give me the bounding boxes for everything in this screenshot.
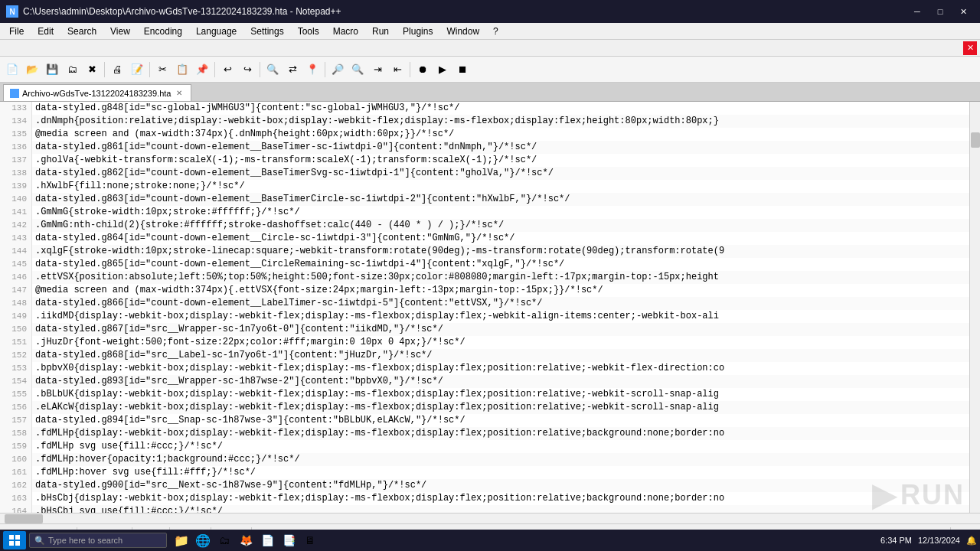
menu-tools[interactable]: Tools — [292, 24, 325, 38]
zoom-in-button[interactable]: 🔎 — [328, 60, 347, 79]
close-doc-button[interactable]: ✖ — [83, 60, 101, 79]
code-line: .bHsCbj svg use{fill:#ccc;}/*!sc*/ — [32, 505, 969, 513]
toolbar: 📄 📂 💾 🗂 ✖ 🖨 📝 ✂ 📋 📌 ↩ ↪ 🔍 ⇄ 📍 🔎 🔍 ⇥ ⇤ ⏺ … — [0, 57, 980, 83]
secondary-close-button[interactable]: ✕ — [963, 41, 977, 55]
line-number: 135 — [0, 128, 31, 141]
line-number: 141 — [0, 206, 31, 219]
line-number: 138 — [0, 167, 31, 180]
print-now-button[interactable]: 📝 — [128, 60, 146, 79]
vertical-scrollbar[interactable] — [969, 102, 980, 513]
svg-rect-0 — [9, 535, 14, 540]
line-number: 136 — [0, 141, 31, 154]
taskbar-firefox[interactable]: 🦊 — [236, 531, 256, 549]
tab-file-icon — [10, 89, 19, 98]
code-line: .hXwlbF{fill:none;stroke:none;}/*!sc*/ — [32, 180, 969, 193]
minimize-button[interactable]: ─ — [906, 4, 928, 19]
title-bar-left: N C:\Users\admin\Desktop\Archivo-wGdsTve… — [6, 5, 341, 18]
close-button[interactable]: ✕ — [952, 4, 974, 19]
save-all-button[interactable]: 🗂 — [63, 60, 81, 79]
taskbar-edge[interactable]: 🌐 — [193, 531, 213, 549]
line-number: 137 — [0, 154, 31, 167]
window-title: C:\Users\admin\Desktop\Archivo-wGdsTve-1… — [23, 6, 341, 17]
title-bar: N C:\Users\admin\Desktop\Archivo-wGdsTve… — [0, 0, 980, 23]
taskbar-app5[interactable]: 📑 — [279, 531, 299, 549]
start-button[interactable] — [3, 531, 26, 549]
menu-file[interactable]: File — [3, 24, 30, 38]
run-macro-button[interactable]: ▶ — [433, 60, 452, 79]
taskbar-pdf[interactable]: 📄 — [257, 531, 277, 549]
taskbar-explorer2[interactable]: 🗂 — [214, 531, 234, 549]
active-tab[interactable]: Archivo-wGdsTve-13122024183239.hta ✕ — [3, 84, 191, 101]
tab-label: Archivo-wGdsTve-13122024183239.hta — [22, 89, 171, 98]
line-number: 162 — [0, 479, 31, 492]
menu-window[interactable]: Window — [440, 24, 485, 38]
line-number: 133 — [0, 102, 31, 115]
taskbar-notification[interactable]: 🔔 — [966, 536, 977, 546]
tab-close-button[interactable]: ✕ — [174, 88, 185, 99]
code-line: .gholVa{-webkit-transform:scaleX(-1);-ms… — [32, 154, 969, 167]
new-button[interactable]: 📄 — [3, 60, 21, 79]
toolbar-sep-1 — [104, 62, 105, 77]
svg-rect-1 — [15, 535, 20, 540]
code-line: data-styled.g848[id="sc-global-jWMHGU3"]… — [32, 102, 969, 115]
copy-button[interactable]: 📋 — [173, 60, 191, 79]
line-number: 161 — [0, 466, 31, 479]
line-number: 154 — [0, 375, 31, 388]
taskbar-app6[interactable]: 🖥 — [300, 531, 320, 549]
taskbar-file-explorer[interactable]: 📁 — [172, 531, 191, 549]
code-line: .dnNmph{position:relative;display:-webki… — [32, 115, 969, 128]
code-line: .eLAKcW{display:-webkit-box;display:-web… — [32, 401, 969, 414]
open-button[interactable]: 📂 — [23, 60, 41, 79]
code-area[interactable]: data-styled.g848[id="sc-global-jWMHGU3"]… — [32, 102, 969, 513]
stop-macro-button[interactable]: ⏹ — [453, 60, 472, 79]
line-number: 149 — [0, 310, 31, 323]
horizontal-scrollbar[interactable] — [0, 513, 980, 523]
goto-button[interactable]: 📍 — [303, 60, 322, 79]
macro-button[interactable]: ⏺ — [413, 60, 432, 79]
menu-view[interactable]: View — [104, 24, 136, 38]
code-line: .iikdMD{display:-webkit-box;display:-web… — [32, 310, 969, 323]
cut-button[interactable]: ✂ — [153, 60, 172, 79]
code-line: .GmNmG:nth-child(2){stroke:#ffffff;strok… — [32, 219, 969, 232]
line-number: 139 — [0, 180, 31, 193]
replace-button[interactable]: ⇄ — [283, 60, 302, 79]
editor-container: 1331341351361371381391401411421431441451… — [0, 102, 980, 513]
line-number: 140 — [0, 193, 31, 206]
code-line: data-styled.g861[id="count-down-element_… — [32, 141, 969, 154]
menu-edit[interactable]: Edit — [31, 24, 60, 38]
menu-help[interactable]: ? — [487, 24, 505, 38]
code-line: .jHuzDr{font-weight:500;font-size:22px;c… — [32, 336, 969, 349]
unindent-button[interactable]: ⇤ — [388, 60, 407, 79]
menu-run[interactable]: Run — [366, 24, 395, 38]
menu-search[interactable]: Search — [61, 24, 103, 38]
app-icon: N — [6, 5, 18, 18]
code-line: data-styled.g864[id="count-down-element_… — [32, 232, 969, 245]
line-number: 152 — [0, 349, 31, 362]
menu-language[interactable]: Language — [190, 24, 243, 38]
menu-macro[interactable]: Macro — [327, 24, 364, 38]
print-button[interactable]: 🖨 — [108, 60, 126, 79]
menu-plugins[interactable]: Plugins — [397, 24, 439, 38]
taskbar-right: 6:34 PM 12/13/2024 🔔 — [880, 536, 977, 546]
paste-button[interactable]: 📌 — [193, 60, 211, 79]
redo-button[interactable]: ↪ — [238, 60, 256, 79]
maximize-button[interactable]: □ — [929, 4, 951, 19]
menu-bar: File Edit Search View Encoding Language … — [0, 23, 980, 40]
code-line: .bHsCbj{display:-webkit-box;display:-web… — [32, 492, 969, 505]
zoom-out-button[interactable]: 🔍 — [348, 60, 367, 79]
taskbar-search-box[interactable]: 🔍 Type here to search — [29, 533, 167, 548]
h-scrollbar-thumb[interactable] — [5, 514, 43, 523]
menu-encoding[interactable]: Encoding — [138, 24, 188, 38]
save-button[interactable]: 💾 — [43, 60, 61, 79]
code-line: data-styled.g868[id="src__Label-sc-1n7yo… — [32, 349, 969, 362]
line-number: 150 — [0, 323, 31, 336]
tab-bar: Archivo-wGdsTve-13122024183239.hta ✕ — [0, 83, 980, 102]
code-line: @media screen and (max-width:374px){.ett… — [32, 284, 969, 297]
find-button[interactable]: 🔍 — [263, 60, 282, 79]
menu-settings[interactable]: Settings — [244, 24, 289, 38]
line-number: 159 — [0, 440, 31, 453]
indent-button[interactable]: ⇥ — [368, 60, 387, 79]
undo-button[interactable]: ↩ — [218, 60, 237, 79]
code-line: .bpbvX0{display:-webkit-box;display:-web… — [32, 362, 969, 375]
scrollbar-thumb[interactable] — [971, 132, 980, 148]
